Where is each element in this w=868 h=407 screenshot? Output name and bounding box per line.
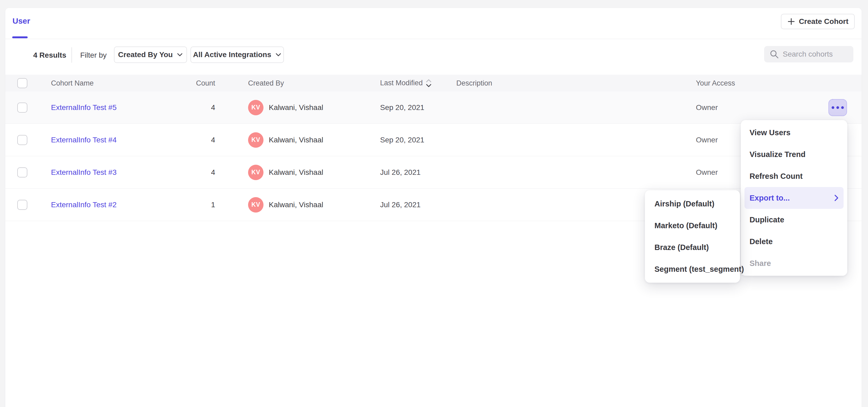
cohort-name-link[interactable]: ExternalInfo Test #4 <box>51 136 117 144</box>
column-last-modified[interactable]: Last Modified <box>380 79 432 88</box>
cohort-count: 4 <box>154 103 215 112</box>
cohort-count: 4 <box>154 168 215 177</box>
filter-by-label: Filter by <box>80 51 107 60</box>
row-checkbox[interactable] <box>17 167 27 178</box>
menu-item-refresh-count[interactable]: Refresh Count <box>741 165 847 187</box>
search-cohorts-box <box>764 46 854 62</box>
creator-name: Kalwani, Vishaal <box>269 200 323 209</box>
row-checkbox[interactable] <box>17 200 27 210</box>
search-icon <box>770 50 779 59</box>
cohort-name-link[interactable]: ExternalInfo Test #2 <box>51 200 117 209</box>
chevron-down-icon <box>177 53 183 57</box>
submenu-item-segment[interactable]: Segment (test_segment) <box>645 258 740 280</box>
creator-name: Kalwani, Vishaal <box>269 136 323 144</box>
submenu-item-marketo[interactable]: Marketo (Default) <box>645 215 740 237</box>
row-checkbox[interactable] <box>17 102 27 113</box>
create-cohort-button[interactable]: Create Cohort <box>781 14 855 29</box>
last-modified-date: Sep 20, 2021 <box>380 136 425 144</box>
toolbar-divider <box>71 47 72 63</box>
access-cell: Owner <box>696 136 718 144</box>
menu-item-duplicate[interactable]: Duplicate <box>741 209 847 230</box>
submenu-item-airship[interactable]: Airship (Default) <box>645 193 740 215</box>
create-cohort-label: Create Cohort <box>799 17 848 26</box>
tab-active-underline <box>12 36 28 38</box>
cohort-count: 1 <box>154 200 215 209</box>
menu-item-view-users[interactable]: View Users <box>741 122 847 144</box>
tab-user[interactable]: User <box>12 17 30 26</box>
filter-integrations-label: All Active Integrations <box>193 51 272 59</box>
filter-integrations-dropdown[interactable]: All Active Integrations <box>190 46 284 63</box>
submenu-item-braze[interactable]: Braze (Default) <box>645 237 740 258</box>
column-description: Description <box>456 79 492 87</box>
avatar: KV <box>248 197 264 213</box>
row-checkbox[interactable] <box>17 135 27 145</box>
table-row: ExternalInfo Test #3 4 KV Kalwani, Visha… <box>5 156 862 189</box>
plus-icon <box>787 18 795 26</box>
column-created-by: Created By <box>248 79 284 87</box>
avatar: KV <box>248 100 264 115</box>
cohort-name-link[interactable]: ExternalInfo Test #5 <box>51 103 117 112</box>
menu-item-share: Share <box>741 252 847 274</box>
table-row: ExternalInfo Test #4 4 KV Kalwani, Visha… <box>5 124 862 156</box>
avatar: KV <box>248 165 264 180</box>
table-header-row: Cohort Name Count Created By Last Modifi… <box>5 75 862 91</box>
export-submenu: Airship (Default) Marketo (Default) Braz… <box>645 190 740 283</box>
filter-created-by-dropdown[interactable]: Created By You <box>114 46 187 63</box>
filter-created-by-label: Created By You <box>118 51 173 59</box>
results-count: 4 Results <box>33 51 66 60</box>
cohort-name-link[interactable]: ExternalInfo Test #3 <box>51 168 117 177</box>
tabbar-divider <box>5 39 862 39</box>
search-input[interactable] <box>783 50 848 58</box>
ellipsis-icon <box>832 106 834 109</box>
creator-name: Kalwani, Vishaal <box>269 168 323 177</box>
column-cohort-name: Cohort Name <box>51 79 94 87</box>
last-modified-date: Jul 26, 2021 <box>380 168 421 177</box>
last-modified-date: Jul 26, 2021 <box>380 200 421 209</box>
last-modified-date: Sep 20, 2021 <box>380 103 425 112</box>
cohort-count: 4 <box>154 136 215 144</box>
row-actions-menu: View Users Visualize Trend Refresh Count… <box>741 120 847 276</box>
chevron-right-icon <box>834 194 839 201</box>
chevron-down-icon <box>275 53 281 57</box>
avatar: KV <box>248 132 264 148</box>
access-cell: Owner <box>696 103 718 112</box>
menu-item-export-to[interactable]: Export to... <box>744 187 843 209</box>
menu-item-visualize-trend[interactable]: Visualize Trend <box>741 144 847 165</box>
select-all-checkbox[interactable] <box>17 78 27 88</box>
table-row: ExternalInfo Test #5 4 KV Kalwani, Visha… <box>5 91 862 124</box>
creator-name: Kalwani, Vishaal <box>269 103 323 112</box>
row-actions-button[interactable] <box>829 99 847 116</box>
column-count: Count <box>154 79 215 87</box>
access-cell: Owner <box>696 168 718 177</box>
sort-arrows-icon <box>426 79 432 88</box>
column-your-access: Your Access <box>696 79 735 87</box>
menu-item-delete[interactable]: Delete <box>741 230 847 252</box>
